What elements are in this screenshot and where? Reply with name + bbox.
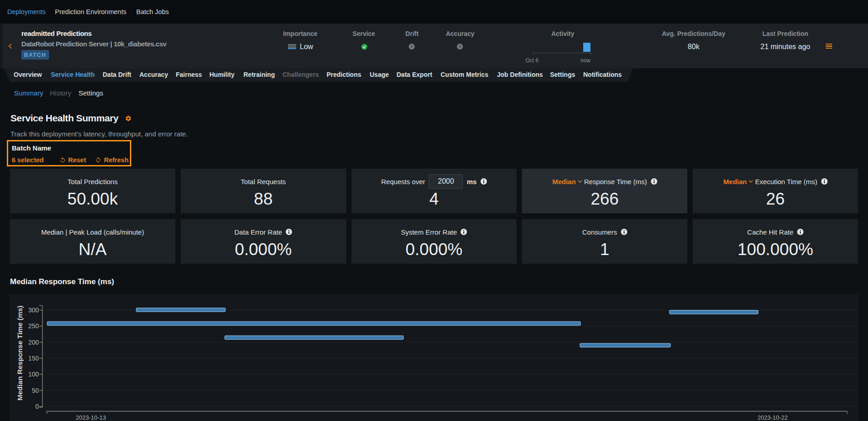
svg-text:300: 300 [28,306,39,314]
svg-text:100: 100 [28,371,39,378]
svg-text:Median Response Time (ms): Median Response Time (ms) [16,306,24,401]
svg-text:50: 50 [32,387,39,394]
svg-text:2023-10-22: 2023-10-22 [758,414,788,421]
svg-text:150: 150 [28,355,39,362]
svg-text:0: 0 [35,403,39,410]
svg-text:200: 200 [28,339,39,346]
svg-text:250: 250 [28,322,39,330]
svg-text:2023-10-13: 2023-10-13 [76,414,106,421]
